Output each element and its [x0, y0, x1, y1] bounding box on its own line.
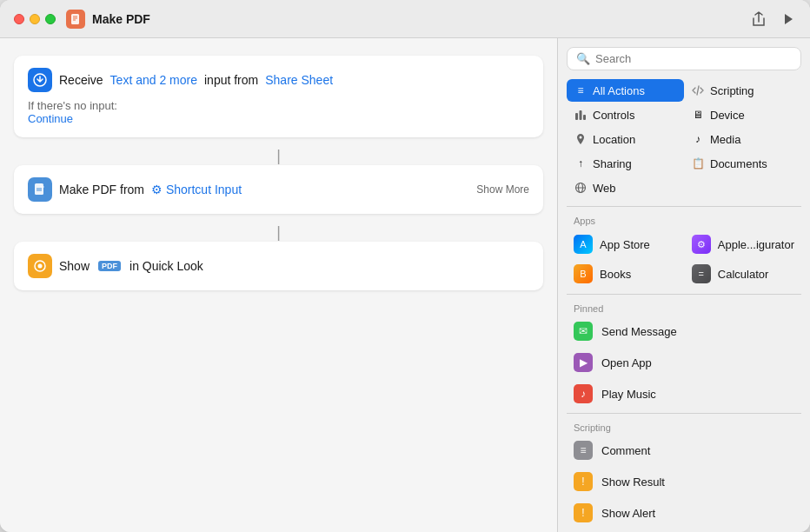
show-alert-icon: ! — [574, 503, 593, 522]
search-bar[interactable]: 🔍 — [567, 47, 801, 70]
open-app-item[interactable]: ▶ Open App — [558, 347, 810, 378]
device-icon: 🖥 — [691, 108, 705, 122]
automator-icon: ⚙ — [692, 235, 711, 254]
svg-point-13 — [580, 136, 582, 139]
scripting-icon — [691, 83, 705, 97]
device-label: Device — [710, 109, 745, 122]
app-store-label: App Store — [600, 238, 650, 251]
pinned-section-label: Pinned — [558, 298, 810, 316]
main-content: Receive Text and 2 more input from Share… — [0, 38, 810, 532]
category-sharing[interactable]: ↑ Sharing — [567, 152, 684, 175]
search-icon: 🔍 — [576, 52, 590, 65]
send-message-item[interactable]: ✉ Send Message — [558, 316, 810, 347]
svg-rect-12 — [583, 115, 586, 120]
app-icon — [66, 10, 85, 29]
main-window: Make PDF — [0, 0, 810, 532]
make-pdf-icon — [28, 177, 52, 202]
receive-continue-link[interactable]: Continue — [28, 112, 73, 125]
svg-rect-11 — [580, 110, 582, 120]
media-label: Media — [710, 133, 740, 146]
open-app-icon: ▶ — [574, 353, 593, 372]
quick-look-prefix: Show — [59, 259, 90, 273]
controls-label: Controls — [593, 109, 634, 122]
receive-highlight: Text and 2 more — [110, 73, 197, 87]
receive-highlight2: Share Sheet — [265, 73, 333, 87]
category-location[interactable]: Location — [567, 128, 684, 150]
app-store-icon: A — [574, 235, 593, 254]
books-icon: B — [574, 264, 593, 283]
receive-icon — [28, 68, 52, 92]
share-button[interactable] — [751, 11, 767, 27]
media-icon: ♪ — [691, 132, 705, 146]
left-panel: Receive Text and 2 more input from Share… — [0, 38, 558, 532]
open-app-label: Open App — [601, 356, 652, 369]
show-alert-label: Show Alert — [601, 507, 655, 520]
apps-section-label: Apps — [558, 210, 810, 228]
receive-sub: If there's no input: Continue — [28, 99, 529, 125]
scripting-label: Scripting — [710, 84, 754, 97]
category-web[interactable]: Web — [567, 176, 684, 199]
category-device[interactable]: 🖥 Device — [684, 103, 801, 126]
window-title: Make PDF — [92, 12, 751, 26]
run-button[interactable] — [780, 11, 796, 27]
receive-text-prefix: Receive — [59, 73, 103, 87]
traffic-lights — [14, 14, 56, 24]
svg-rect-0 — [71, 14, 79, 24]
calculator-label: Calculator — [718, 268, 769, 281]
show-more-btn[interactable]: Show More — [476, 183, 529, 196]
comment-icon: ≡ — [574, 441, 593, 460]
quick-look-suffix: in Quick Look — [129, 259, 203, 273]
automator-label: Apple...igurator — [718, 238, 794, 251]
sharing-label: Sharing — [593, 157, 632, 170]
scripting-divider — [567, 413, 801, 414]
divider-1: | — [14, 148, 543, 163]
svg-point-9 — [38, 264, 43, 269]
category-media[interactable]: ♪ Media — [684, 128, 801, 150]
category-all-actions[interactable]: ≡ All Actions — [567, 79, 684, 102]
play-music-label: Play Music — [601, 388, 656, 401]
comment-item[interactable]: ≡ Comment — [558, 435, 810, 466]
web-icon — [574, 181, 588, 195]
ask-for-input-item[interactable]: ? Ask for Input — [558, 529, 810, 532]
step-receive: Receive Text and 2 more input from Share… — [14, 56, 543, 137]
receive-sub-label: If there's no input: — [28, 99, 117, 112]
action-list: Apps A App Store ⚙ Apple...igurator B Bo… — [558, 210, 810, 532]
category-grid: ≡ All Actions Scripting — [558, 76, 810, 203]
right-panel: 🔍 ≡ All Actions Scripting — [558, 38, 810, 532]
send-message-icon: ✉ — [574, 322, 593, 341]
category-documents[interactable]: 📋 Documents — [684, 152, 801, 175]
pinned-divider — [567, 294, 801, 295]
calculator-item[interactable]: = Calculator — [676, 259, 810, 289]
all-actions-icon: ≡ — [574, 83, 588, 97]
receive-text-mid: input from — [204, 73, 258, 87]
comment-label: Comment — [601, 444, 650, 457]
pdf-badge: PDF — [98, 261, 121, 271]
minimize-button[interactable] — [30, 14, 40, 24]
titlebar: Make PDF — [0, 0, 810, 38]
show-alert-item[interactable]: ! Show Alert — [558, 497, 810, 529]
search-input[interactable] — [595, 52, 792, 65]
apps-divider — [567, 206, 801, 207]
automator-item[interactable]: ⚙ Apple...igurator — [676, 229, 810, 259]
documents-icon: 📋 — [691, 156, 705, 170]
send-message-label: Send Message — [601, 325, 677, 338]
show-result-item[interactable]: ! Show Result — [558, 466, 810, 497]
category-scripting[interactable]: Scripting — [684, 79, 801, 102]
documents-label: Documents — [710, 157, 767, 170]
close-button[interactable] — [14, 14, 24, 24]
quick-look-icon — [28, 254, 52, 278]
app-store-item[interactable]: A App Store — [558, 229, 676, 259]
fullscreen-button[interactable] — [45, 14, 56, 24]
books-item[interactable]: B Books — [558, 259, 676, 289]
divider-2: | — [14, 224, 543, 240]
category-controls[interactable]: Controls — [567, 103, 684, 126]
show-result-label: Show Result — [601, 475, 665, 489]
play-music-item[interactable]: ♪ Play Music — [558, 378, 810, 409]
books-label: Books — [600, 268, 631, 281]
sharing-icon: ↑ — [574, 156, 588, 170]
location-icon — [574, 132, 588, 146]
calculator-icon: = — [692, 264, 711, 283]
make-pdf-prefix: Make PDF from — [59, 183, 144, 196]
controls-icon — [574, 108, 588, 122]
step-make-pdf: Make PDF from ⚙ Shortcut Input Show More — [14, 165, 543, 214]
